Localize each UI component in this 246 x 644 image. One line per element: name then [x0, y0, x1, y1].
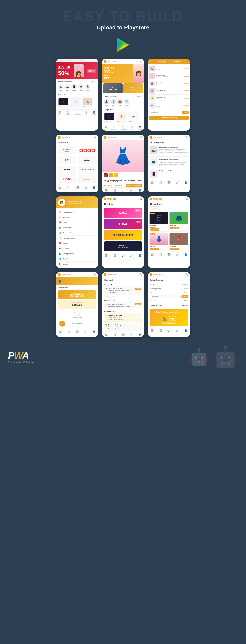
menu-dashboard[interactable]: 📊 Dashboard: [56, 230, 98, 236]
color-orange[interactable]: [109, 173, 113, 177]
view-all-2[interactable]: View All: [137, 96, 142, 97]
p6-nav-acc[interactable]: 👤: [184, 181, 187, 184]
phone12-search-icon[interactable]: 🔍: [185, 273, 188, 276]
p6-nav-home[interactable]: 🏠: [151, 181, 154, 184]
nav-account[interactable]: 👤Account: [92, 111, 96, 115]
p12-nav-cart[interactable]: 🛒: [176, 329, 179, 332]
p9-nav-home[interactable]: 🏠: [151, 253, 154, 256]
p10-nav-acc[interactable]: 👤: [93, 330, 96, 333]
p9-nav-acc[interactable]: 👤: [184, 253, 187, 256]
p10-nav-home[interactable]: 🏠: [59, 330, 62, 333]
p9-nav-cat[interactable]: 📋: [159, 253, 162, 256]
menu-coupons[interactable]: 🎟️ Coupons: [56, 246, 98, 251]
p2-nav-acc[interactable]: 👤Account: [137, 126, 142, 130]
p11-nav-cart[interactable]: 🛒: [130, 334, 133, 336]
recharge-wallet-button[interactable]: + Recharge Wallet: [58, 310, 97, 318]
nav-cart[interactable]: 🛒Cart: [85, 111, 88, 115]
product1-buy-button[interactable]: 🛒 Buy Now: [150, 228, 159, 230]
p6-nav-msg[interactable]: 💬: [167, 181, 170, 184]
express-delivery[interactable]: Express Delivery Delivery cost: $6.00 De…: [104, 322, 142, 331]
menu-logout[interactable]: 🚪 Logout: [56, 262, 98, 267]
view-all-link[interactable]: View All: [91, 81, 97, 82]
p5-nav-cat[interactable]: 📋: [113, 189, 116, 192]
p4-nav-acc[interactable]: 👤Account: [92, 186, 96, 190]
offer-flash-banner[interactable]: FLASH SALE 30%: [104, 230, 142, 240]
p2-nav-home[interactable]: 🏠Home: [104, 126, 107, 130]
offer-home-decor-banner[interactable]: Home Decor For the Living: [104, 242, 142, 252]
express-radio[interactable]: [105, 324, 107, 326]
phone4-search-icon[interactable]: 🔍: [94, 136, 97, 138]
menu-offers[interactable]: 🎁 Offers: [56, 220, 98, 225]
p12-nav-acc[interactable]: 👤: [184, 329, 187, 332]
nav-home[interactable]: 🏠Home: [58, 111, 61, 115]
checkout-button[interactable]: Checkout ($1,185.00): [149, 116, 189, 120]
color-yellow[interactable]: [114, 173, 118, 177]
category-bike[interactable]: 🏍️ Bike: [65, 84, 70, 91]
p5-nav-acc[interactable]: 👤: [138, 189, 141, 192]
offer-30off-banner[interactable]: BIG SALE 30%: [104, 219, 142, 229]
coupon-input-2[interactable]: [149, 295, 181, 298]
wishlist-button[interactable]: Remove from Wishlist: [125, 184, 142, 187]
p11-nav-acc[interactable]: 👤: [138, 334, 141, 336]
phone10-search-icon[interactable]: 🔍: [94, 273, 97, 276]
p5-nav-cart[interactable]: 🛒: [130, 189, 133, 192]
p12-nav-home[interactable]: 🏠: [151, 329, 154, 332]
cat-computer[interactable]: 💻 Computer & Accessories Desktops, Lapto…: [148, 156, 190, 168]
sidebar-close-icon[interactable]: ✕: [94, 201, 96, 204]
p8-nav-home[interactable]: 🏠: [105, 254, 108, 257]
cat2-bag[interactable]: 👜 Bag: [117, 99, 123, 106]
brand-lv[interactable]: LV: [58, 156, 76, 164]
p10-nav-msg[interactable]: 💬: [76, 330, 79, 333]
menu-language[interactable]: 🌐 English: [56, 256, 98, 262]
category-phone[interactable]: 📱 Phone: [71, 84, 77, 91]
menu-wishlist[interactable]: ❤️ Wishlist: [56, 241, 98, 246]
brand-adidas[interactable]: adidas: [78, 156, 97, 164]
apply-coupon-2-button[interactable]: Apply: [181, 296, 188, 298]
p2-nav-msg[interactable]: 💬Messages: [121, 126, 126, 130]
cat2-shirt[interactable]: 👔 Shirt: [111, 99, 116, 106]
phone11-search-icon[interactable]: 🔍: [139, 273, 142, 276]
product3-buy-button[interactable]: 🛒 Buy Now: [150, 248, 159, 250]
menu-purchase-history[interactable]: 🕐 Purchase History: [56, 236, 98, 241]
coupon-input[interactable]: [149, 111, 181, 114]
p10-nav-cart[interactable]: 🛒: [84, 330, 87, 333]
deal2-2[interactable]: ⌚ $89: [116, 112, 127, 122]
phone9-search-icon[interactable]: 🔍: [185, 198, 188, 200]
brand-hermes[interactable]: HERMÈS PARIS: [58, 146, 76, 154]
cart-close-icon[interactable]: ✕: [187, 60, 188, 62]
deal-2[interactable]: 👕 $29: [70, 98, 81, 108]
category-beauty[interactable]: 💄 Beauty: [85, 84, 91, 91]
standard-radio[interactable]: [105, 314, 107, 316]
offer-sale-banner[interactable]: SALE SALE: [104, 208, 142, 218]
menu-all-categories[interactable]: 📋 All categories: [56, 210, 98, 215]
phone8-search-icon[interactable]: 🔍: [139, 198, 142, 200]
brand-armani[interactable]: GIORGIO ARMANI: [78, 166, 97, 174]
nav-categories[interactable]: 📋Categories: [65, 111, 71, 115]
p9-nav-msg[interactable]: 💬: [167, 253, 170, 256]
phone2-search-icon[interactable]: 🔍: [139, 60, 142, 63]
p11-nav-cat[interactable]: 📋: [113, 334, 116, 336]
cat-cellphones[interactable]: 📱 Cellphones & Tabs: [148, 168, 190, 180]
brand-hm[interactable]: H&M: [58, 175, 76, 183]
product2-buy-button[interactable]: 🛒 Buy Now: [170, 227, 179, 229]
p5-nav-home[interactable]: 🏠: [105, 189, 108, 192]
change-shipping-button[interactable]: Change: [134, 288, 141, 290]
menu-all-brands[interactable]: 🏷️ All brands: [56, 215, 98, 220]
p6-nav-cat[interactable]: 📋: [159, 181, 162, 184]
p4-nav-home[interactable]: 🏠Home: [58, 186, 61, 190]
p8-nav-cart[interactable]: 🛒: [130, 254, 133, 257]
p8-nav-cat[interactable]: 📋: [113, 254, 116, 257]
brand-nike[interactable]: NIKE: [58, 166, 76, 174]
category-dress[interactable]: 👗 Dress: [58, 84, 63, 91]
deal2-3[interactable]: 💻 $299: [128, 112, 139, 122]
p2-nav-cat[interactable]: 📋Categories: [111, 126, 117, 130]
deal2-1[interactable]: 📱 $49: [104, 112, 115, 122]
p10-nav-cat[interactable]: 📋: [67, 330, 70, 333]
standard-delivery[interactable]: Standard Delivery Delivery cost: $2.00 D…: [104, 313, 142, 322]
p5-nav-msg[interactable]: 💬: [122, 189, 124, 192]
deal-1[interactable]: 📱 $99: [58, 98, 69, 108]
p12-nav-msg[interactable]: 💬: [167, 329, 170, 332]
p8-nav-acc[interactable]: 👤: [138, 254, 141, 257]
p2-nav-cart[interactable]: 🛒Cart: [130, 126, 133, 130]
p4-nav-cart[interactable]: 🛒Cart: [85, 186, 88, 190]
